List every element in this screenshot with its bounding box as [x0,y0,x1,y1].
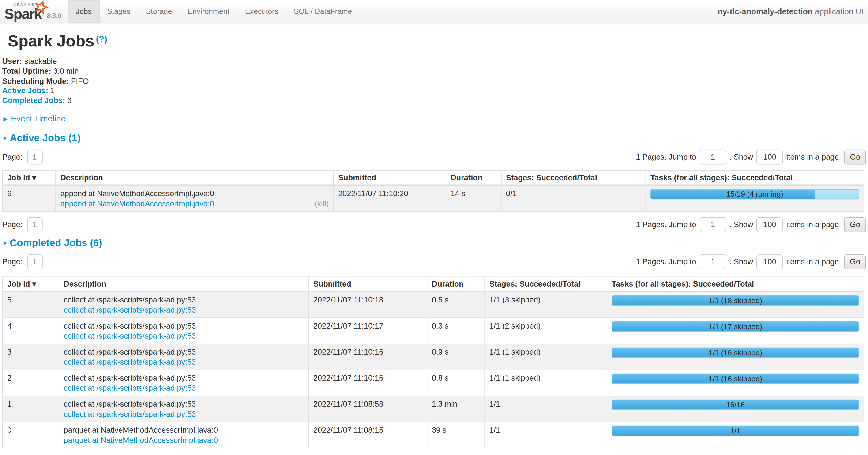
go-button[interactable]: Go [844,217,866,232]
job-description-cell: collect at /spark-scripts/spark-ad.py:53… [59,291,309,318]
tab-jobs[interactable]: Jobs [68,0,99,23]
column-header[interactable]: Description [56,170,334,185]
job-description-text: collect at /spark-scripts/spark-ad.py:53 [64,347,304,357]
column-header[interactable]: Tasks (for all stages): Succeeded/Total [646,170,864,185]
tab-executors[interactable]: Executors [237,0,286,23]
show-text: . Show [730,257,753,266]
page-number-input[interactable] [27,254,42,269]
completed-jobs-table: Job Id ▾DescriptionSubmittedDurationStag… [2,277,864,448]
progress-label: 1/1 (17 skipped) [612,322,859,331]
help-link[interactable]: (?) [96,34,107,44]
column-header[interactable]: Stages: Succeeded/Total [485,277,607,292]
tasks-progress-bar: 1/1 (16 skipped) [612,374,859,384]
nav-tabs: JobsStagesStorageEnvironmentExecutorsSQL… [68,0,360,23]
active-jobs-header[interactable]: ▾Active Jobs (1) [3,132,866,144]
summary-value: 6 [65,96,72,105]
tasks-cell: 1/1 (17 skipped) [607,318,864,344]
summary-label-link[interactable]: Active Jobs: [2,86,48,95]
job-description-link[interactable]: collect at /spark-scripts/spark-ad.py:53 [64,409,196,419]
column-header[interactable]: Submitted [309,277,427,292]
jump-to-input[interactable] [700,217,726,232]
job-description-link[interactable]: collect at /spark-scripts/spark-ad.py:53 [64,331,196,341]
jump-to-input[interactable] [700,254,726,269]
job-description-text: collect at /spark-scripts/spark-ad.py:53 [64,321,304,331]
progress-label: 1/1 [612,426,859,435]
column-header[interactable]: Job Id ▾ [3,277,59,292]
tab-environment[interactable]: Environment [180,0,237,23]
summary-label-link[interactable]: Completed Jobs: [2,96,65,105]
job-id-cell: 2 [3,370,59,396]
items-text: items in a page. [786,153,841,162]
completed-jobs-header[interactable]: ▾Completed Jobs (6) [3,237,866,249]
job-description-link[interactable]: collect at /spark-scripts/spark-ad.py:53 [64,305,196,315]
completed-jobs-title: Completed Jobs (6) [10,237,102,248]
completed-jobs-table-header: Job Id ▾DescriptionSubmittedDurationStag… [3,277,864,292]
job-description-link[interactable]: append at NativeMethodAccessorImpl.java:… [60,198,214,208]
show-text: . Show [730,153,753,162]
tasks-progress-bar: 1/1 (17 skipped) [612,321,859,332]
summary-value: FIFO [69,76,89,85]
column-header[interactable]: Submitted [334,170,446,185]
duration-cell: 39 s [427,422,485,448]
submitted-cell: 2022/11/07 11:08:15 [309,422,427,448]
job-id-cell: 5 [3,291,59,318]
job-description-text: collect at /spark-scripts/spark-ad.py:53 [64,373,304,383]
progress-label: 1/1 (18 skipped) [612,296,859,305]
job-description-link[interactable]: parquet at NativeMethodAccessorImpl.java… [64,435,218,445]
pages-jump-text: 1 Pages. Jump to [636,153,696,162]
items-per-page-input[interactable] [756,254,783,269]
column-header[interactable]: Job Id ▾ [3,170,56,185]
table-row: 0parquet at NativeMethodAccessorImpl.jav… [3,422,864,448]
jump-to-input[interactable] [700,150,726,165]
stages-cell: 1/1 (1 skipped) [485,344,607,370]
summary-value: stackable [22,57,57,65]
pager-row: Page: 1 Pages. Jump to . Show items in a… [2,254,866,270]
submitted-cell: 2022/11/07 11:10:16 [309,370,427,396]
application-name: ny-tlc-anomaly-detection [718,7,813,16]
progress-label: 16/16 [612,400,859,409]
table-row: 2collect at /spark-scripts/spark-ad.py:5… [3,370,864,396]
tasks-progress-bar: 1/1 [612,426,859,436]
duration-cell: 0.5 s [427,291,485,318]
page-number-input[interactable] [27,150,42,165]
job-description-link[interactable]: collect at /spark-scripts/spark-ad.py:53 [64,357,196,367]
column-header[interactable]: Tasks (for all stages): Succeeded/Total [607,277,864,292]
column-header[interactable]: Stages: Succeeded/Total [501,170,646,185]
progress-label: 1/1 (16 skipped) [612,374,859,383]
event-timeline-label: Event Timeline [11,114,65,123]
go-button[interactable]: Go [844,150,866,165]
expanded-arrow-icon: ▾ [3,135,6,141]
items-per-page-input[interactable] [756,217,783,232]
table-row: 1collect at /spark-scripts/spark-ad.py:5… [3,396,864,422]
application-suffix: application UI [815,7,864,16]
column-header[interactable]: Duration [446,170,501,185]
job-description-link[interactable]: collect at /spark-scripts/spark-ad.py:53 [64,383,196,393]
pager-row: Page: 1 Pages. Jump to . Show items in a… [2,217,866,232]
event-timeline-toggle[interactable]: ▶Event Timeline [3,114,866,123]
tab-sql-dataframe[interactable]: SQL / DataFrame [286,0,360,23]
page-label: Page: [2,153,22,162]
column-header[interactable]: Description [59,277,309,292]
page-number-input[interactable] [27,217,42,232]
job-id-cell: 1 [3,396,59,422]
tasks-cell: 1/1 (16 skipped) [607,344,864,370]
summary-list: User: stackableTotal Uptime: 3.0 minSche… [2,57,866,106]
items-per-page-input[interactable] [756,150,783,165]
tab-storage[interactable]: Storage [138,0,180,23]
stages-cell: 1/1 [485,422,607,448]
job-description-cell: collect at /spark-scripts/spark-ad.py:53… [59,370,309,396]
tasks-cell: 1/1 (18 skipped) [607,291,864,318]
spark-logo[interactable]: APACHE Spark 3.3.0 [0,0,68,23]
column-header[interactable]: Duration [427,277,485,292]
job-id-cell: 0 [3,422,59,448]
summary-item: User: stackable [2,57,866,66]
active-jobs-table-header: Job Id ▾DescriptionSubmittedDurationStag… [3,170,864,185]
tab-stages[interactable]: Stages [99,0,138,23]
tasks-progress-bar: 1/1 (18 skipped) [612,295,859,306]
progress-label: 1/1 (16 skipped) [612,348,859,358]
summary-item: Completed Jobs: 6 [2,96,866,106]
duration-cell: 1.3 min [427,396,485,422]
kill-link[interactable]: (kill) [315,198,329,208]
go-button[interactable]: Go [844,254,866,269]
stages-cell: 1/1 (1 skipped) [485,370,607,396]
